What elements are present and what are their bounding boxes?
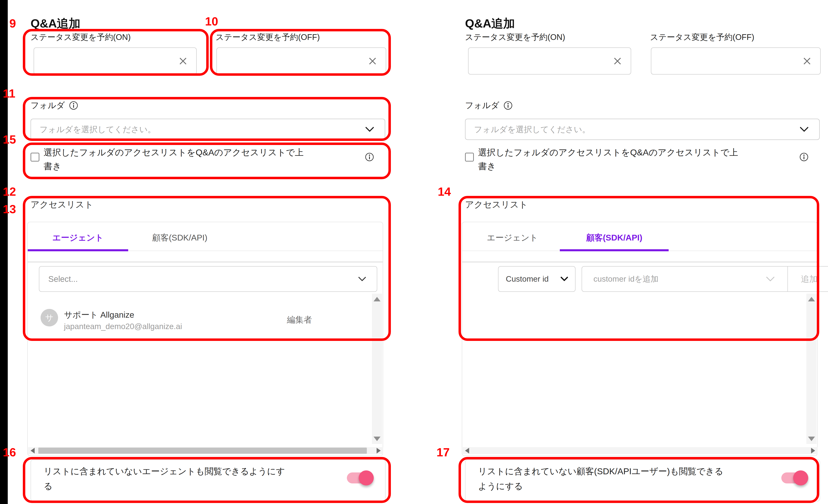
status-off-input[interactable] (216, 47, 386, 75)
annotation-number-10: 10 (205, 15, 218, 27)
scroll-up-arrow-icon[interactable] (374, 297, 380, 302)
customer-id-type-select[interactable]: Customer id (498, 266, 576, 292)
clear-icon[interactable] (613, 56, 622, 66)
toggle-line2: る (44, 479, 285, 494)
vertical-scrollbar[interactable] (806, 294, 817, 444)
customer-id-input-group: customer idを追加 追加 (582, 266, 828, 292)
info-icon[interactable] (799, 152, 809, 162)
overwrite-checkbox[interactable] (31, 153, 39, 162)
agent-visibility-card: リストに含まれていないエージェントも閲覧できるようにす る (31, 459, 385, 501)
overwrite-label: 選択したフォルダのアクセスリストをQ&Aのアクセスリストで上 書き (44, 145, 304, 173)
scroll-down-arrow-icon[interactable] (374, 437, 380, 441)
user-name: サポート Allganize (64, 309, 134, 321)
folder-placeholder: フォルダを選択してください。 (474, 124, 590, 135)
scroll-right-arrow-icon[interactable] (377, 448, 381, 454)
active-tab-indicator (560, 249, 669, 251)
chevron-down-icon (561, 277, 568, 281)
annotation-number-17: 17 (437, 446, 450, 458)
overwrite-line1: 選択したフォルダのアクセスリストをQ&Aのアクセスリストで上 (44, 145, 304, 159)
annotation-number-13: 13 (3, 203, 16, 215)
scroll-left-arrow-icon[interactable] (31, 448, 35, 454)
tab-separator (462, 262, 817, 262)
tab-customer-sdk-api[interactable]: 顧客(SDK/API) (125, 227, 234, 248)
annotation-number-15: 15 (3, 134, 16, 145)
horizontal-scrollbar[interactable] (28, 447, 383, 454)
folder-select[interactable]: フォルダを選択してください。 (465, 119, 820, 140)
chevron-down-icon (800, 127, 809, 132)
overwrite-checkbox[interactable] (465, 153, 474, 162)
toggle-line1: リストに含まれていないエージェントも閲覧できるようにす (44, 464, 285, 479)
access-list-label: アクセスリスト (465, 199, 528, 211)
annotation-number-12: 12 (3, 186, 16, 197)
toggle-thumb (359, 470, 374, 486)
info-icon[interactable] (503, 101, 513, 110)
tab-agent[interactable]: エージェント (28, 227, 128, 248)
info-icon[interactable] (69, 101, 78, 110)
select-placeholder: Select... (48, 275, 78, 284)
tab-separator (28, 262, 383, 262)
overwrite-line2: 書き (478, 159, 738, 173)
agent-visibility-toggle[interactable] (347, 472, 372, 484)
folder-label: フォルダ (31, 100, 78, 111)
customer-visibility-card: リストに含まれていない顧客(SDK/APIユーザー)も閲覧できる ようにする (465, 459, 820, 501)
folder-label-text: フォルダ (465, 100, 499, 111)
avatar: サ (41, 309, 58, 326)
qa-add-dialog-right: Q&A追加 ステータス変更を予約(ON) ステータス変更を予約(OFF) フォル… (434, 0, 828, 504)
annotation-number-9: 9 (9, 17, 16, 29)
active-tab-indicator (28, 249, 128, 251)
user-email: japanteam_demo20@allganize.ai (64, 322, 182, 331)
status-on-input[interactable] (468, 47, 631, 75)
overwrite-label: 選択したフォルダのアクセスリストをQ&Aのアクセスリストで上 書き (478, 145, 738, 173)
toggle-line1: リストに含まれていない顧客(SDK/APIユーザー)も閲覧できる (478, 464, 723, 479)
page-title: Q&A追加 (465, 16, 515, 32)
screenshot-canvas: Q&A追加 ステータス変更を予約(ON) ステータス変更を予約(OFF) フォル… (0, 0, 828, 504)
horizontal-scrollbar-thumb[interactable] (38, 448, 367, 454)
customer-visibility-label: リストに含まれていない顧客(SDK/APIユーザー)も閲覧できる ようにする (478, 464, 723, 494)
vertical-scrollbar[interactable] (372, 294, 382, 444)
overwrite-line1: 選択したフォルダのアクセスリストをQ&Aのアクセスリストで上 (478, 145, 738, 159)
chevron-down-icon[interactable] (766, 276, 775, 282)
horizontal-scrollbar[interactable] (463, 447, 818, 454)
scroll-up-arrow-icon[interactable] (808, 297, 815, 302)
folder-placeholder: フォルダを選択してください。 (40, 124, 156, 135)
status-on-label: ステータス変更を予約(ON) (31, 32, 131, 43)
user-role-badge[interactable]: 編集者 (287, 314, 312, 325)
scroll-right-arrow-icon[interactable] (811, 448, 815, 454)
folder-select[interactable]: フォルダを選択してください。 (31, 119, 385, 140)
customer-id-input[interactable]: customer idを追加 (593, 273, 658, 284)
tab-agent[interactable]: エージェント (462, 227, 563, 248)
toggle-thumb (793, 470, 808, 486)
folder-label-text: フォルダ (31, 100, 65, 111)
overwrite-line2: 書き (44, 159, 304, 173)
customer-id-type-value: Customer id (506, 275, 549, 283)
clear-icon[interactable] (802, 56, 812, 66)
qa-add-dialog-left: Q&A追加 ステータス変更を予約(ON) ステータス変更を予約(OFF) フォル… (0, 0, 394, 504)
page-title: Q&A追加 (31, 16, 81, 32)
scroll-down-arrow-icon[interactable] (808, 437, 815, 441)
status-on-input[interactable] (34, 47, 197, 75)
add-button[interactable]: 追加 (788, 267, 828, 291)
info-icon[interactable] (365, 152, 374, 162)
access-list-panel: エージェント 顧客(SDK/API) Select... サ サポート Allg… (27, 222, 383, 456)
access-list-label: アクセスリスト (31, 199, 93, 211)
annotation-number-11: 11 (3, 88, 15, 99)
status-off-label: ステータス変更を予約(OFF) (216, 32, 320, 43)
access-list-panel: エージェント 顧客(SDK/API) Customer id customer … (462, 222, 818, 456)
chevron-down-icon (365, 127, 374, 132)
status-on-label: ステータス変更を予約(ON) (465, 32, 565, 43)
avatar-initial: サ (45, 312, 53, 323)
tab-customer-sdk-api[interactable]: 顧客(SDK/API) (560, 227, 669, 248)
toggle-line2: ようにする (478, 479, 723, 494)
clear-icon[interactable] (178, 56, 188, 66)
chevron-down-icon (358, 277, 366, 281)
folder-label: フォルダ (465, 100, 513, 111)
scroll-left-arrow-icon[interactable] (465, 448, 469, 454)
agent-visibility-label: リストに含まれていないエージェントも閲覧できるようにす る (44, 464, 285, 494)
status-off-input[interactable] (651, 47, 821, 75)
clear-icon[interactable] (368, 56, 377, 66)
annotation-number-16: 16 (3, 446, 16, 458)
status-off-label: ステータス変更を予約(OFF) (650, 32, 754, 43)
agent-select[interactable]: Select... (39, 266, 377, 292)
annotation-number-14: 14 (438, 186, 451, 197)
customer-visibility-toggle[interactable] (781, 472, 806, 484)
